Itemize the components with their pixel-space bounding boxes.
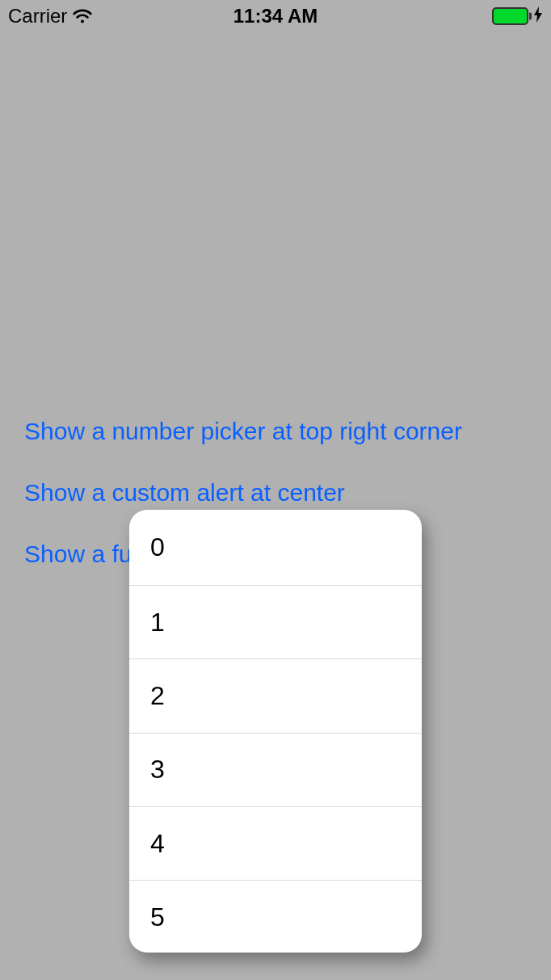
show-custom-alert-button[interactable]: Show a custom alert at center <box>24 479 462 507</box>
status-time: 11:34 AM <box>233 5 318 27</box>
status-left: Carrier <box>8 5 93 27</box>
number-picker-popup[interactable]: 0 1 2 3 4 5 <box>129 510 422 953</box>
picker-item-label: 0 <box>150 532 165 562</box>
battery-icon <box>492 7 528 25</box>
status-bar: Carrier 11:34 AM <box>0 0 551 32</box>
picker-item-label: 4 <box>150 829 165 859</box>
wifi-icon <box>72 8 93 24</box>
picker-item-label: 3 <box>150 755 165 784</box>
charging-icon <box>533 6 543 27</box>
picker-item-label: 2 <box>150 681 165 711</box>
picker-item-label: 5 <box>150 902 165 932</box>
picker-item-3[interactable]: 3 <box>129 734 422 807</box>
carrier-label: Carrier <box>8 5 67 27</box>
picker-item-2[interactable]: 2 <box>129 659 422 733</box>
picker-item-5[interactable]: 5 <box>129 881 422 953</box>
show-number-picker-button[interactable]: Show a number picker at top right corner <box>24 418 462 445</box>
picker-item-label: 1 <box>150 608 165 637</box>
picker-item-0[interactable]: 0 <box>129 510 422 586</box>
picker-item-4[interactable]: 4 <box>129 807 422 881</box>
picker-item-1[interactable]: 1 <box>129 586 422 659</box>
status-right <box>492 6 543 27</box>
